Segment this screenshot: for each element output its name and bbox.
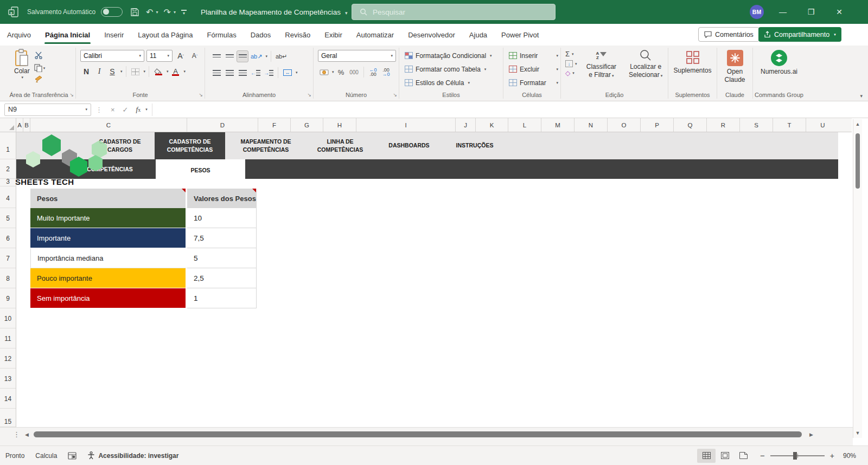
align-left-icon[interactable] — [210, 67, 222, 79]
row-header[interactable]: 10 — [0, 308, 16, 328]
wrap-text-icon[interactable]: ab↵ — [275, 50, 288, 62]
zoom-slider-thumb[interactable] — [793, 452, 797, 460]
tab-dados[interactable]: Dados — [244, 24, 278, 46]
scroll-left-icon[interactable]: ◀ — [25, 432, 29, 437]
cell-styles-button[interactable]: Estilos de Célula▾ — [405, 76, 501, 89]
calc-status[interactable]: Calcula — [30, 446, 62, 465]
col-header[interactable]: J — [456, 118, 476, 132]
row-header[interactable]: 9 — [0, 288, 16, 308]
sort-filter-button[interactable]: AZ Classificar e Filtrar▾ — [583, 49, 621, 79]
fill-color-dropdown[interactable]: ▾ — [167, 69, 169, 74]
cancel-icon[interactable]: × — [111, 106, 115, 114]
addins-button[interactable]: Suplementos — [671, 49, 714, 75]
copy-button[interactable]: ▾ — [34, 64, 46, 72]
borders-dropdown[interactable]: ▾ — [144, 69, 146, 74]
col-header[interactable]: I — [356, 118, 456, 132]
weight-value-cell[interactable]: 1 — [187, 288, 257, 308]
increase-decimal-icon[interactable]: ←0.00 — [367, 66, 379, 78]
font-color-button[interactable]: A — [170, 66, 182, 78]
tab-power-pivot[interactable]: Power Pivot — [494, 24, 546, 46]
collapse-ribbon-icon[interactable]: ▾ — [860, 93, 863, 99]
col-header[interactable]: O — [608, 118, 641, 132]
paste-dropdown[interactable]: ▾ — [22, 75, 24, 80]
number-dialog-launcher[interactable]: ↘ — [393, 92, 397, 98]
orientation-dropdown[interactable]: ▾ — [265, 54, 267, 59]
weight-value-cell[interactable]: 10 — [187, 208, 257, 228]
document-title[interactable]: Planilha de Mapeamento de Competências▾ — [201, 8, 348, 16]
vertical-scrollbar[interactable]: ▲ ▼ — [853, 119, 862, 438]
share-button[interactable]: Compartilhamento▾ — [758, 27, 841, 42]
clear-button[interactable]: ◇▾ — [565, 69, 577, 77]
weight-label-cell[interactable]: Sem importância — [30, 288, 187, 308]
comments-button[interactable]: Comentários — [698, 27, 760, 42]
numerous-button[interactable]: Numerous.ai — [755, 49, 803, 76]
number-format-select[interactable]: Geral▾ — [318, 50, 396, 62]
col-header[interactable]: U — [806, 118, 839, 132]
tab-formulas[interactable]: Fórmulas — [200, 24, 244, 46]
font-size-select[interactable]: 11▾ — [146, 50, 173, 62]
comma-style-button[interactable]: 000 — [348, 66, 360, 78]
tab-desenvolvedor[interactable]: Desenvolvedor — [401, 24, 462, 46]
increase-font-icon[interactable]: Aˆ — [175, 50, 187, 62]
select-all-corner[interactable] — [0, 118, 16, 132]
weight-label-cell[interactable]: Importância mediana — [30, 248, 187, 268]
col-header[interactable]: K — [476, 118, 508, 132]
scroll-down-icon[interactable]: ▼ — [853, 430, 862, 436]
weight-label-cell[interactable]: Importante — [30, 228, 187, 248]
weight-label-cell[interactable]: Pouco importante — [30, 268, 187, 288]
align-center-icon[interactable] — [224, 67, 235, 79]
row-header[interactable]: 4 — [0, 186, 16, 208]
percent-button[interactable]: % — [335, 66, 347, 78]
minimize-button[interactable]: — — [770, 0, 795, 24]
cut-icon[interactable] — [34, 51, 46, 61]
font-name-select[interactable]: Calibri▾ — [80, 50, 144, 62]
close-button[interactable]: ✕ — [827, 0, 852, 24]
weight-value-cell[interactable]: 7,5 — [187, 228, 257, 248]
undo-button[interactable]: ↶▾ — [145, 7, 158, 17]
name-box[interactable]: N9▾ — [4, 104, 91, 116]
scroll-up-icon[interactable]: ▲ — [853, 121, 862, 127]
format-as-table-button[interactable]: Formatar como Tabela▾ — [405, 62, 501, 76]
excel-app-icon[interactable]: x — [8, 6, 20, 18]
col-header[interactable]: R — [707, 118, 740, 132]
page-break-view-button[interactable] — [734, 449, 752, 463]
merge-center-icon[interactable]: ↔ — [282, 67, 293, 79]
tab-inserir[interactable]: Inserir — [97, 24, 131, 46]
avatar[interactable]: BM — [750, 5, 764, 19]
col-header[interactable]: P — [641, 118, 674, 132]
weight-label-cell[interactable]: Muito Importante — [30, 208, 187, 228]
delete-cells-button[interactable]: Excluir▾ — [509, 62, 558, 76]
align-bottom-icon[interactable] — [237, 50, 248, 62]
open-claude-button[interactable]: Open Claude — [719, 49, 750, 84]
col-header[interactable]: F — [258, 118, 291, 132]
currency-dropdown[interactable]: ▾ — [332, 70, 334, 74]
autosum-button[interactable]: Σ▾ — [565, 50, 577, 58]
font-color-dropdown[interactable]: ▾ — [184, 69, 186, 74]
formula-input[interactable] — [152, 104, 863, 116]
nav-tab-mapeamento[interactable]: MAPEAMENTO DECOMPETÊNCIAS — [229, 132, 302, 159]
bold-button[interactable]: N — [80, 66, 92, 78]
clipboard-dialog-launcher[interactable]: ↘ — [69, 92, 74, 98]
decrease-indent-icon[interactable]: ← — [250, 67, 261, 79]
normal-view-button[interactable] — [697, 449, 716, 463]
table-header-pesos[interactable]: Pesos — [30, 189, 187, 208]
autosave-toggle[interactable] — [101, 7, 123, 17]
quick-access-icon[interactable]: ▾ — [181, 10, 187, 15]
col-header[interactable]: S — [740, 118, 773, 132]
nav-tab-cadastro-competencias[interactable]: CADASTRO DECOMPETÊNCIAS — [155, 132, 225, 159]
borders-button[interactable] — [130, 66, 142, 78]
zoom-level[interactable]: 90% — [834, 446, 868, 465]
fill-color-button[interactable] — [152, 66, 164, 78]
tab-revisao[interactable]: Revisão — [278, 24, 317, 46]
underline-button[interactable]: S — [106, 66, 118, 78]
enter-icon[interactable]: ✓ — [123, 106, 129, 114]
row-header[interactable]: 8 — [0, 268, 16, 288]
col-header[interactable]: B — [23, 118, 30, 132]
tab-automatizar[interactable]: Automatizar — [349, 24, 401, 46]
row-header[interactable]: 12 — [0, 348, 16, 369]
col-header[interactable]: M — [541, 118, 575, 132]
accessibility-status[interactable]: Acessibilidade: investigar — [82, 446, 184, 465]
nav-tab-linha[interactable]: LINHA DECOMPETÊNCIAS — [304, 132, 376, 159]
insert-function-button[interactable]: fx — [136, 105, 141, 114]
currency-icon[interactable] — [318, 66, 330, 78]
